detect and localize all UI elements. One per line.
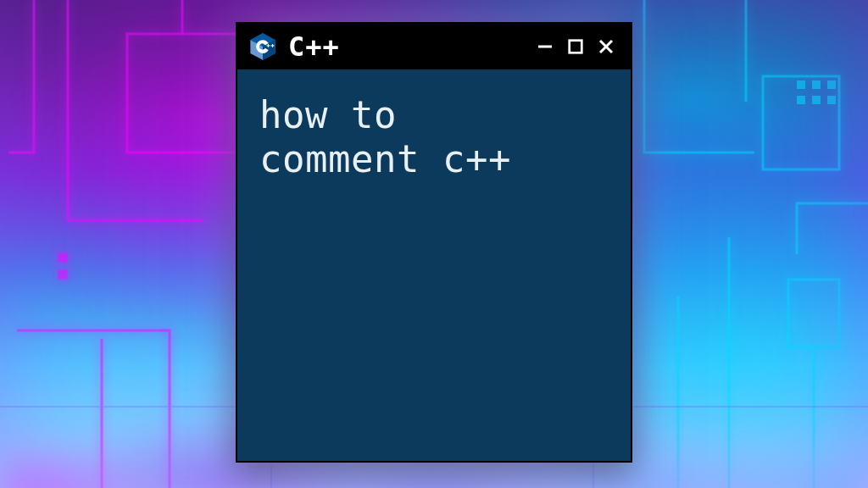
svg-rect-3 [763,76,839,169]
minimize-icon [536,37,554,56]
window-controls [532,34,619,59]
maximize-button[interactable] [563,34,588,59]
svg-rect-5 [797,80,805,89]
terminal-content: how to comment c++ [237,69,631,461]
svg-rect-19 [570,41,582,53]
minimize-button[interactable] [532,34,558,59]
close-icon [597,37,615,56]
titlebar: C++ [237,24,631,69]
svg-rect-10 [827,96,836,104]
svg-rect-6 [812,80,821,89]
svg-rect-1 [59,254,66,261]
svg-rect-0 [127,34,237,152]
svg-rect-7 [827,80,836,89]
svg-rect-9 [812,96,821,104]
cpp-logo-icon [248,31,278,62]
close-button[interactable] [593,34,619,59]
svg-rect-17 [272,44,273,47]
terminal-window: C++ how to comment c++ [236,22,632,463]
maximize-icon [567,38,584,55]
svg-rect-15 [268,44,269,47]
window-title: C++ [288,30,522,63]
svg-rect-8 [797,96,805,104]
